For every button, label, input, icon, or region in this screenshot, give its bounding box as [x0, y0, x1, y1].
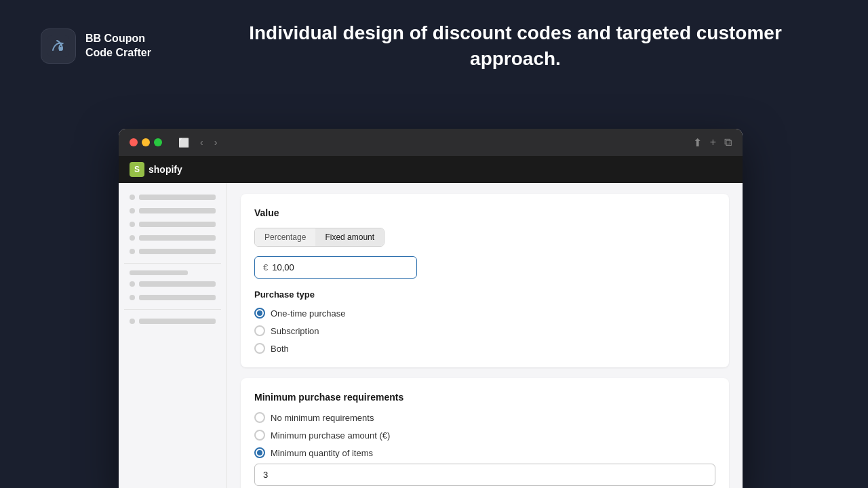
sidebar-item-label [139, 222, 216, 227]
shopify-label: shopify [149, 164, 182, 175]
svg-point-1 [59, 47, 63, 51]
radio-one-time[interactable]: One-time purchase [254, 308, 715, 319]
radio-one-time-label: One-time purchase [271, 308, 346, 319]
purchase-type-radio-group: One-time purchase Subscription Both [254, 308, 715, 354]
sidebar-divider [124, 263, 221, 264]
radio-no-minimum[interactable]: No minimum requirements [254, 412, 715, 423]
sidebar-item-label [139, 319, 216, 324]
purchase-type-label: Purchase type [254, 289, 715, 300]
app-name: BB Coupon Code Crafter [85, 32, 151, 60]
maximize-button[interactable] [154, 138, 162, 146]
radio-dot [257, 310, 262, 316]
app-logo-icon [41, 28, 76, 64]
radio-min-quantity[interactable]: Minimum quantity of items [254, 447, 715, 458]
browser-content: Value Percentage Fixed amount € 10,00 Pu… [119, 183, 743, 488]
sidebar-item[interactable] [124, 278, 221, 290]
sidebar-item[interactable] [124, 315, 221, 327]
main-panel: Value Percentage Fixed amount € 10,00 Pu… [227, 183, 743, 488]
minimum-card-title: Minimum purchase requirements [254, 392, 715, 403]
radio-min-amount[interactable]: Minimum purchase amount (€) [254, 430, 715, 441]
sidebar [119, 183, 227, 488]
sidebar-item-label [139, 208, 216, 214]
radio-unselected-icon [254, 430, 265, 441]
radio-unselected-icon [254, 412, 265, 423]
value-type-toggle: Percentage Fixed amount [254, 228, 384, 247]
radio-min-quantity-label: Minimum quantity of items [271, 448, 373, 458]
sidebar-item[interactable] [124, 232, 221, 244]
shopify-navbar: S shopify [119, 156, 743, 183]
sidebar-item[interactable] [124, 205, 221, 217]
shopify-logo: S shopify [130, 162, 182, 177]
browser-chrome: ⬜ ‹ › ⬆ + ⧉ [119, 129, 743, 156]
copy-icon[interactable]: ⧉ [724, 136, 732, 149]
browser-window: ⬜ ‹ › ⬆ + ⧉ S shopify [119, 129, 743, 488]
back-icon[interactable]: ‹ [197, 136, 206, 149]
sidebar-dot-icon [130, 222, 135, 227]
sidebar-dot-icon [130, 281, 135, 287]
radio-min-amount-label: Minimum purchase amount (€) [271, 430, 390, 441]
radio-unselected-icon [254, 325, 265, 336]
sidebar-item[interactable] [124, 291, 221, 304]
shopify-logo-icon: S [130, 162, 144, 177]
radio-both-label: Both [271, 344, 289, 354]
browser-navigation: ⬜ ‹ › [176, 136, 220, 149]
minimize-button[interactable] [142, 138, 150, 146]
sidebar-dot-icon [130, 319, 135, 324]
sidebar-dot-icon [130, 249, 135, 254]
sidebar-item[interactable] [124, 191, 221, 203]
share-icon[interactable]: ⬆ [693, 136, 702, 149]
value-amount: 10,00 [272, 262, 294, 272]
sidebar-dot-icon [130, 235, 135, 241]
sidebar-item-label [139, 235, 216, 241]
radio-dot [257, 450, 262, 455]
sidebar-dot-icon [130, 208, 135, 214]
sidebar-item[interactable] [124, 218, 221, 230]
radio-unselected-icon [254, 343, 265, 354]
value-input[interactable]: € 10,00 [254, 256, 417, 279]
minimum-quantity-input[interactable]: 3 [254, 464, 715, 486]
fixed-amount-button[interactable]: Fixed amount [315, 228, 384, 246]
header: BB Coupon Code Crafter Individual design… [0, 0, 868, 92]
sidebar-item-label [139, 249, 216, 254]
tagline: Individual design of discount codes and … [203, 20, 827, 72]
sidebar-item-label [139, 295, 216, 300]
logo-area: BB Coupon Code Crafter [41, 28, 176, 64]
square-icon[interactable]: ⬜ [176, 136, 192, 149]
close-button[interactable] [130, 138, 138, 146]
radio-selected-icon [254, 308, 265, 319]
minimum-purchase-card: Minimum purchase requirements No minimum… [241, 378, 729, 488]
currency-prefix: € [263, 262, 268, 272]
new-tab-icon[interactable]: + [710, 136, 716, 149]
sidebar-item[interactable] [124, 245, 221, 258]
radio-no-minimum-label: No minimum requirements [271, 413, 374, 423]
percentage-button[interactable]: Percentage [255, 228, 315, 246]
radio-both[interactable]: Both [254, 343, 715, 354]
radio-selected-icon [254, 447, 265, 458]
sidebar-item-label [139, 195, 216, 200]
minimum-radio-group: No minimum requirements Minimum purchase… [254, 412, 715, 458]
radio-subscription-label: Subscription [271, 326, 319, 336]
browser-actions: ⬆ + ⧉ [693, 136, 732, 149]
svg-rect-0 [47, 35, 69, 57]
forward-icon[interactable]: › [212, 136, 220, 149]
sidebar-section-label [130, 270, 188, 275]
window-controls [130, 138, 162, 146]
value-card: Value Percentage Fixed amount € 10,00 Pu… [241, 194, 729, 367]
value-card-title: Value [254, 207, 715, 218]
radio-subscription[interactable]: Subscription [254, 325, 715, 336]
sidebar-item-label [139, 281, 216, 287]
sidebar-divider [124, 309, 221, 310]
sidebar-dot-icon [130, 195, 135, 200]
sidebar-dot-icon [130, 295, 135, 300]
